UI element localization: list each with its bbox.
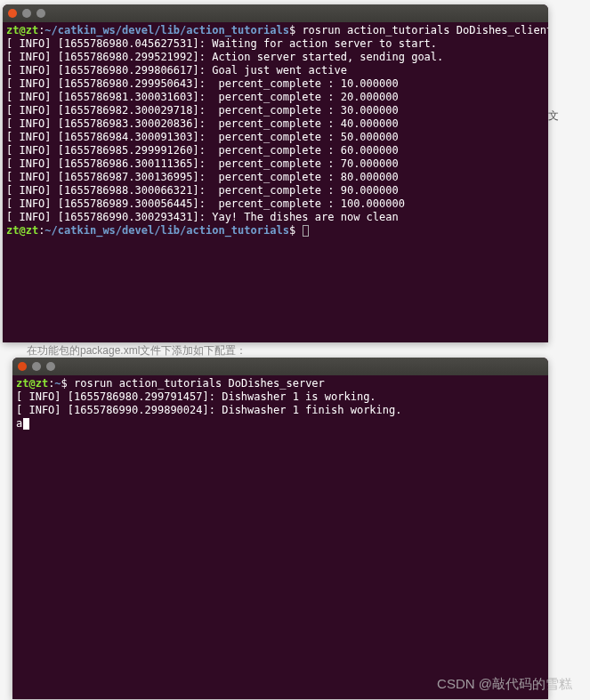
- output-line: [ INFO] [1655786987.300136995]: percent_…: [6, 171, 399, 183]
- trailing-char: a: [16, 417, 22, 430]
- terminal-body[interactable]: zt@zt:~/catkin_ws/devel/lib/action_tutor…: [3, 22, 548, 239]
- prompt-dollar: $: [61, 377, 68, 390]
- terminal-body[interactable]: zt@zt:~$ rosrun action_tutorials DoDishe…: [12, 375, 548, 432]
- prompt-dollar: $: [289, 224, 295, 237]
- command: rosrun action_tutorials DoDishes_server: [74, 377, 325, 390]
- prompt-path: ~/catkin_ws/devel/lib/action_tutorials: [44, 24, 289, 36]
- minimize-icon[interactable]: [22, 9, 31, 18]
- prompt-user: zt@zt: [6, 224, 38, 237]
- prompt-path: ~/catkin_ws/devel/lib/action_tutorials: [44, 224, 289, 237]
- close-icon[interactable]: [18, 362, 27, 371]
- cursor-icon: [303, 225, 309, 237]
- close-icon[interactable]: [8, 9, 17, 18]
- titlebar[interactable]: [12, 358, 548, 375]
- output-line: [ INFO] [1655786980.299521992]: Action s…: [6, 51, 443, 63]
- watermark: CSDN @敲代码的雪糕: [437, 676, 572, 693]
- maximize-icon[interactable]: [36, 9, 45, 18]
- output-line: [ INFO] [1655786988.300066321]: percent_…: [6, 184, 399, 197]
- terminal-window-server[interactable]: zt@zt:~$ rosrun action_tutorials DoDishe…: [12, 358, 548, 699]
- minimize-icon[interactable]: [32, 362, 41, 371]
- output-line: [ INFO] [1655786983.300020836]: percent_…: [6, 117, 399, 130]
- prompt-user: zt@zt: [16, 377, 48, 390]
- titlebar[interactable]: [3, 4, 548, 22]
- output-line: [ INFO] [1655786990.299890024]: Dishwash…: [16, 404, 401, 416]
- background-text: 在功能包的package.xml文件下添加如下配置：: [27, 343, 247, 358]
- output-line: [ INFO] [1655786982.300029718]: percent_…: [6, 104, 399, 117]
- output-line: [ INFO] [1655786980.045627531]: Waiting …: [6, 37, 437, 50]
- prompt-dollar: $: [289, 24, 295, 36]
- command: rosrun action_tutorials DoDishes_client: [302, 24, 548, 36]
- output-line: [ INFO] [1655786981.300031603]: percent_…: [6, 91, 399, 103]
- output-line: [ INFO] [1655786985.299991260]: percent_…: [6, 144, 399, 157]
- maximize-icon[interactable]: [46, 362, 55, 371]
- background-char: 文: [548, 109, 559, 124]
- prompt-path: ~: [54, 377, 61, 390]
- terminal-window-client[interactable]: zt@zt:~/catkin_ws/devel/lib/action_tutor…: [3, 4, 548, 342]
- output-line: [ INFO] [1655786989.300056445]: percent_…: [6, 197, 405, 210]
- output-line: [ INFO] [1655786980.299791457]: Dishwash…: [16, 390, 376, 403]
- output-line: [ INFO] [1655786980.299950643]: percent_…: [6, 77, 399, 90]
- output-line: [ INFO] [1655786980.299806617]: Goal jus…: [6, 64, 347, 76]
- prompt-user: zt@zt: [6, 24, 38, 36]
- output-line: [ INFO] [1655786986.300111365]: percent_…: [6, 157, 399, 170]
- output-line: [ INFO] [1655786990.300293431]: Yay! The…: [6, 211, 399, 223]
- cursor-icon: [23, 418, 29, 430]
- output-line: [ INFO] [1655786984.300091303]: percent_…: [6, 131, 399, 143]
